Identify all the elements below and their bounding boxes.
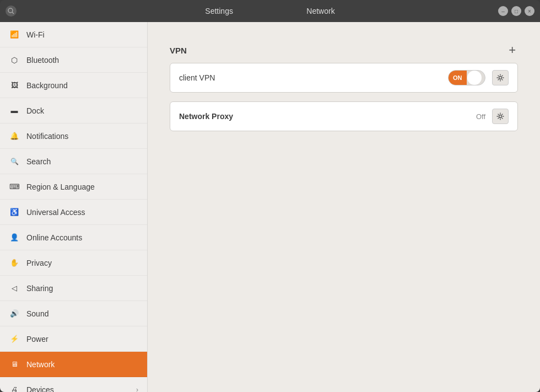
sidebar-item-wifi[interactable]: Wi-Fi [0,22,147,47]
proxy-status: Off [476,112,485,121]
close-button[interactable]: × [525,6,534,16]
sidebar-item-network[interactable]: Network [0,352,147,377]
vpn-settings-button[interactable] [492,70,509,85]
sharing-icon [9,283,20,294]
svg-point-0 [8,8,13,13]
universal-icon [9,207,20,218]
sidebar-item-power[interactable]: Power [0,326,147,352]
sidebar-label-power: Power [26,335,138,343]
sidebar-item-bluetooth[interactable]: Bluetooth [0,47,147,73]
vpn-card: client VPN ON [170,63,518,93]
notifications-icon [9,131,20,142]
devices-icon [9,384,20,393]
sidebar-label-universal: Universal Access [26,208,138,217]
sidebar-label-sound: Sound [26,309,138,318]
sidebar-label-devices: Devices [26,385,129,393]
proxy-entry-row: Network Proxy Off [170,102,517,131]
sidebar-label-search: Search [26,157,138,166]
vpn-section-title: VPN [170,46,187,55]
search-sidebar-icon [9,156,20,167]
sidebar-label-dock: Dock [26,106,138,115]
add-vpn-button[interactable]: + [506,44,518,56]
vpn-toggle-circle [467,71,482,85]
sidebar-label-sharing: Sharing [26,284,138,293]
window-controls: – □ × [498,6,534,16]
content-area: Wi-Fi Bluetooth Background Dock Notifica… [0,22,540,392]
sidebar-item-search[interactable]: Search [0,149,147,174]
online-icon [9,232,20,243]
sidebar-label-network: Network [26,360,138,369]
sound-icon [9,308,20,319]
sidebar-item-dock[interactable]: Dock [0,98,147,123]
vpn-entry-label: client VPN [179,73,441,82]
sidebar-label-privacy: Privacy [26,259,138,267]
maximize-button[interactable]: □ [511,6,521,16]
sidebar-item-privacy[interactable]: Privacy [0,250,147,276]
page-title: Network [306,7,334,15]
svg-point-2 [499,77,502,79]
background-icon [9,80,20,91]
vpn-entry-row: client VPN ON [170,63,517,92]
sidebar-label-notifications: Notifications [26,132,138,141]
privacy-icon [9,257,20,269]
sidebar: Wi-Fi Bluetooth Background Dock Notifica… [0,22,148,392]
svg-point-3 [499,115,502,118]
sidebar-label-background: Background [26,81,138,90]
svg-line-1 [12,12,14,14]
sidebar-item-devices[interactable]: Devices › [0,377,147,392]
minimize-button[interactable]: – [498,6,508,16]
sidebar-item-online[interactable]: Online Accounts [0,225,147,250]
sidebar-label-online: Online Accounts [26,233,138,242]
wifi-icon [9,29,20,40]
bluetooth-icon [9,55,20,66]
settings-window: Settings Network – □ × Wi-Fi Bluetooth [0,0,540,392]
proxy-settings-button[interactable] [492,109,509,124]
titlebar: Settings Network – □ × [0,0,540,22]
sidebar-item-background[interactable]: Background [0,73,147,98]
sidebar-item-universal[interactable]: Universal Access [0,200,147,225]
devices-chevron-icon: › [136,386,138,393]
vpn-toggle-on-label: ON [449,71,467,85]
proxy-entry-label: Network Proxy [179,112,469,121]
sidebar-item-region[interactable]: Region & Language [0,174,147,200]
titlebar-search-area[interactable] [6,6,17,17]
sidebar-label-wifi: Wi-Fi [26,30,138,39]
network-icon [9,359,20,370]
sidebar-label-region: Region & Language [26,182,138,191]
power-icon [9,334,20,345]
search-icon[interactable] [6,6,17,17]
region-icon [9,181,20,192]
proxy-card: Network Proxy Off [170,101,518,131]
vpn-toggle[interactable]: ON [448,70,485,85]
vpn-section-header: VPN + [170,44,518,56]
sidebar-item-sound[interactable]: Sound [0,301,147,326]
settings-label: Settings [205,7,233,15]
sidebar-label-bluetooth: Bluetooth [26,56,138,65]
sidebar-item-sharing[interactable]: Sharing [0,276,147,301]
main-panel: VPN + client VPN ON [148,22,540,392]
dock-icon [9,105,20,116]
sidebar-item-notifications[interactable]: Notifications [0,123,147,149]
